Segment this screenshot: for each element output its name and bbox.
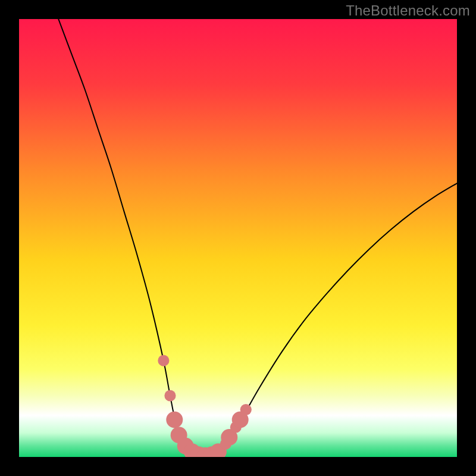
highlight-dot	[164, 390, 176, 401]
chart-frame: TheBottleneck.com	[0, 0, 476, 476]
plot-area	[19, 19, 457, 457]
gradient-background	[19, 19, 457, 457]
chart-svg	[19, 19, 457, 457]
highlight-dot	[240, 404, 252, 415]
highlight-dot	[166, 411, 183, 428]
highlight-dot	[158, 355, 169, 367]
watermark-text: TheBottleneck.com	[346, 2, 470, 19]
